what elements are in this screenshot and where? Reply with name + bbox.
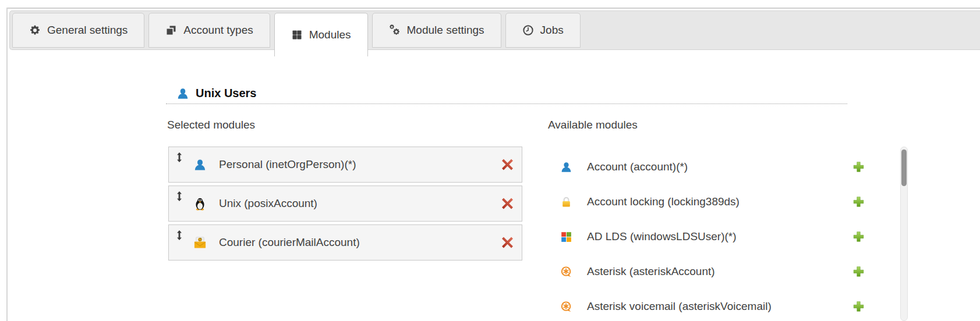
asterisk-icon [560, 266, 572, 278]
tab-label: Account types [183, 24, 253, 37]
available-module-row: AD LDS (windowsLDSUser)(*) [560, 219, 878, 254]
module-label: Courier (courierMailAccount) [219, 236, 360, 249]
available-modules-list: Account (account)(*) Account locking (lo… [560, 149, 878, 321]
remove-x-icon [501, 159, 514, 171]
tab-module-settings[interactable]: Module settings [372, 13, 501, 48]
add-module-button[interactable] [853, 301, 864, 312]
user-icon [193, 158, 207, 172]
drag-updown-icon[interactable] [176, 152, 182, 162]
user-icon [176, 87, 189, 100]
panel-top-border [6, 8, 980, 9]
available-module-row: Account locking (locking389ds) [560, 184, 878, 219]
module-label: Account (account)(*) [587, 160, 688, 173]
tab-bar: General settings Account types Modules M… [9, 10, 980, 50]
drag-updown-icon[interactable] [176, 230, 182, 240]
add-module-button[interactable] [853, 162, 864, 173]
tab-label: Jobs [540, 24, 564, 37]
module-label: Asterisk voicemail (asteriskVoicemail) [587, 300, 772, 313]
add-module-button[interactable] [853, 197, 864, 208]
add-plus-icon [853, 197, 864, 208]
copy-icon [165, 24, 177, 36]
panel-left-border [6, 8, 8, 321]
module-label: Asterisk (asteriskAccount) [587, 265, 715, 278]
available-modules-label: Available modules [548, 119, 638, 131]
remove-x-icon [501, 237, 514, 249]
scrollbar-track[interactable] [900, 147, 908, 321]
add-plus-icon [853, 301, 864, 312]
selected-modules-list: Personal (inetOrgPerson)(*) Unix (posixA… [168, 147, 522, 263]
windows-icon [560, 231, 572, 243]
module-label: Unix (posixAccount) [219, 197, 317, 210]
gears-icon [389, 24, 401, 36]
add-module-button[interactable] [853, 231, 864, 242]
selected-modules-label: Selected modules [167, 119, 255, 131]
module-label: AD LDS (windowsLDSUser)(*) [587, 230, 737, 243]
remove-x-icon [501, 198, 514, 210]
scrollbar-thumb[interactable] [901, 149, 907, 186]
tab-modules[interactable]: Modules [274, 13, 368, 56]
asterisk-icon [560, 301, 572, 313]
add-module-button[interactable] [853, 266, 864, 277]
module-label: Account locking (locking389ds) [587, 195, 740, 208]
gear-icon [29, 24, 41, 36]
add-plus-icon [853, 231, 864, 242]
grid-icon [291, 29, 303, 41]
available-module-row: Asterisk (asteriskAccount) [560, 254, 878, 289]
user-icon [560, 161, 572, 173]
selected-module-card[interactable]: Unix (posixAccount) [168, 186, 522, 222]
tab-label: Modules [309, 28, 351, 41]
remove-module-button[interactable] [501, 237, 514, 249]
clock-icon [522, 24, 534, 36]
drag-updown-icon[interactable] [176, 191, 182, 201]
remove-module-button[interactable] [501, 159, 514, 171]
selected-module-card[interactable]: @ Courier (courierMailAccount) [168, 224, 522, 261]
section-title: Unix Users [196, 87, 257, 100]
available-module-row: Asterisk voicemail (asteriskVoicemail) [560, 289, 878, 321]
tab-label: Module settings [407, 24, 484, 37]
section-header: Unix Users [166, 87, 847, 104]
tab-label: General settings [47, 24, 128, 37]
lock-icon [560, 196, 572, 208]
svg-text:@: @ [198, 237, 202, 241]
module-label: Personal (inetOrgPerson)(*) [219, 158, 356, 171]
tux-icon [193, 197, 207, 211]
remove-module-button[interactable] [501, 198, 514, 210]
mail-icon: @ [193, 236, 207, 249]
add-plus-icon [853, 162, 864, 173]
tab-account-types[interactable]: Account types [148, 13, 270, 48]
tab-jobs[interactable]: Jobs [505, 13, 581, 48]
available-module-row: Account (account)(*) [560, 149, 878, 184]
add-plus-icon [853, 266, 864, 277]
tab-general-settings[interactable]: General settings [12, 13, 144, 48]
selected-module-card[interactable]: Personal (inetOrgPerson)(*) [168, 147, 522, 183]
